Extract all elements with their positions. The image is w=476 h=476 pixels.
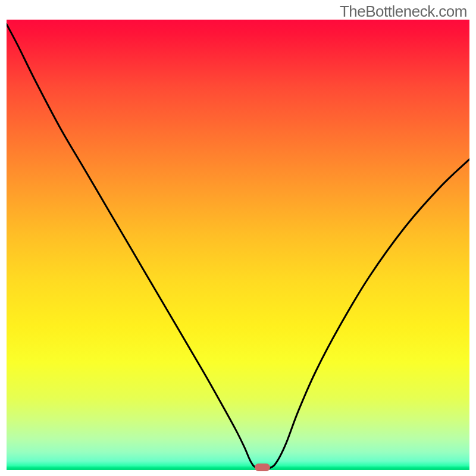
bottleneck-chart: TheBottleneck.com [0, 0, 476, 476]
optimal-marker [255, 464, 270, 471]
watermark-text: TheBottleneck.com [340, 2, 467, 21]
plot-area [7, 20, 469, 470]
bottleneck-curve-line [7, 24, 469, 469]
curve-svg [7, 20, 469, 470]
